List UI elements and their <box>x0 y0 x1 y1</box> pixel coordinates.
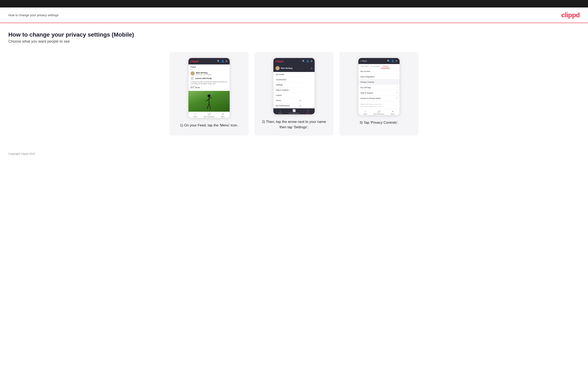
service-privacy-label: Service & Privacy Policy <box>360 97 380 99</box>
nav-home-label: Home <box>193 116 197 117</box>
phone-mockup-2: clippd 🔍 👤 ⚙ Blair McHarg ∧ <box>273 58 315 115</box>
menu-logout[interactable]: Logout <box>273 93 303 98</box>
lesson-icon <box>190 77 194 80</box>
ext-icon: ↗ <box>289 89 291 91</box>
phone3-nav: ⌂ Home 📈 My Performance ≡ Menu <box>358 109 399 115</box>
phone1-logo: clippd <box>190 60 199 63</box>
privacy-controls-label: Privacy Controls <box>360 81 374 83</box>
nav-performance[interactable]: 📈 My Performance <box>202 113 216 117</box>
menu-user-row[interactable]: Blair McHarg ∧ <box>273 65 315 72</box>
phone2-header: clippd 🔍 👤 ⚙ <box>273 58 315 65</box>
nav3-performance[interactable]: 📈 My Performance <box>372 110 386 115</box>
settings-icon-2: ⚙ <box>311 60 312 63</box>
avatar <box>190 71 195 75</box>
svg-line-5 <box>209 104 210 109</box>
tab-my-profile[interactable]: My Profile <box>360 64 370 68</box>
feed-tab[interactable]: Feed <box>189 65 230 70</box>
step1-description: 1) On your Feed, tap the 'Menu' icon. <box>180 123 238 128</box>
tab-settings[interactable]: Settings <box>381 64 390 68</box>
version-client: Clippd Client Version: 2022.8.3-3 <box>360 103 398 105</box>
row-service-privacy[interactable]: Service & Privacy Policy ↗ <box>358 96 399 101</box>
phone3-icons: 🔍 👤 ⚙ <box>387 60 398 62</box>
step3-description: 3) Tap 'Privacy Controls'. <box>360 120 398 125</box>
phone-mockup-1: clippd 🔍 👤 ⚙ Feed Blair McHarg <box>188 58 230 118</box>
chevron-right-icon-4: › <box>397 86 398 89</box>
nav2-close[interactable]: ✕ Menu <box>301 109 315 114</box>
svg-line-3 <box>209 97 212 99</box>
nav3-menu[interactable]: ≡ Menu <box>386 110 399 115</box>
search-icon: 🔍 <box>217 60 220 63</box>
home-icon: ⌂ <box>194 113 196 116</box>
menu-my-profile[interactable]: My Profile <box>273 72 303 77</box>
expand-chevron-perf: ∨ <box>300 105 301 107</box>
chevron-right-icon-2: › <box>397 75 398 78</box>
menu-panel: My Profile Connections Settings Help & S… <box>273 72 303 108</box>
row-data-integrations[interactable]: Data Integrations › <box>358 74 399 79</box>
performance-icon-3: 📈 <box>378 110 380 113</box>
settings-icon-3: ⚙ <box>395 60 398 62</box>
nav-menu[interactable]: ≡ Menu <box>216 113 230 117</box>
home-icon-3: ⌂ <box>364 110 366 113</box>
nav2-menu-label: Menu <box>306 112 310 114</box>
nav2-performance[interactable]: 📈 My Performance <box>287 109 301 114</box>
phone-mockup-3: < Back 🔍 👤 ⚙ My Profile Connections Sett… <box>358 58 400 115</box>
header: How to change your privacy settings clip… <box>0 8 588 23</box>
clippd-logo: clippd <box>561 11 580 19</box>
tab-connections[interactable]: Connections <box>370 64 381 68</box>
feed-post: Blair McHarg Yesterday · Sunningdale Les… <box>189 70 230 91</box>
lesson-title: Lesson with Fordy <box>195 77 212 79</box>
lesson-header: Lesson with Fordy <box>190 77 228 80</box>
user-icon-2: 👤 <box>306 60 309 63</box>
phone1-header: clippd 🔍 👤 ⚙ <box>189 58 230 65</box>
menu-avatar <box>276 66 280 70</box>
golf-bag-label: My Golf Bag <box>360 86 371 89</box>
svg-line-2 <box>206 99 209 101</box>
nav3-perf-label: My Performance <box>373 113 384 115</box>
menu-connections[interactable]: Connections <box>273 77 303 82</box>
svg-line-4 <box>207 104 209 109</box>
menu-settings[interactable]: Settings <box>273 82 303 88</box>
help-support-label-3: Help & Support <box>360 92 373 94</box>
step2-description: 2) Then, tap the arrow next to your name… <box>259 119 329 130</box>
my-account-label: My Account <box>360 70 370 72</box>
nav3-menu-label: Menu <box>391 113 395 115</box>
row-my-golf-bag[interactable]: My Golf Bag › <box>358 85 399 90</box>
nav2-home[interactable]: ⌂ Home <box>273 109 287 114</box>
main-content: How to change your privacy settings (Mob… <box>0 23 588 148</box>
chevron-right-icon: › <box>397 70 398 72</box>
menu-home-expand[interactable]: Home ∨ <box>273 98 303 103</box>
performance-icon: 📈 <box>208 113 211 116</box>
menu-performance-expand[interactable]: My Performance ∨ <box>273 103 303 108</box>
back-button[interactable]: < Back <box>360 60 367 62</box>
nav-home[interactable]: ⌂ Home <box>189 113 202 117</box>
help-support-label: Help & Support <box>276 89 289 91</box>
phone2-nav: ⌂ Home 📈 My Performance ✕ Menu <box>273 108 315 114</box>
user-icon: 👤 <box>221 60 224 63</box>
feed-user-sub: Yesterday · Sunningdale <box>196 74 212 75</box>
version-gql: GQL Server Version: 2022.7.30-1 <box>360 105 398 108</box>
menu-icon: ≡ <box>222 113 223 116</box>
row-my-account[interactable]: My Account › <box>358 69 399 74</box>
row-privacy-controls[interactable]: Privacy Controls › <box>358 79 399 85</box>
user-icon-3: 👤 <box>391 60 394 62</box>
chevron-up-icon: ∧ <box>311 67 312 70</box>
phone1-nav: ⌂ Home 📈 My Performance ≡ Menu <box>189 112 230 118</box>
step-3-card: < Back 🔍 👤 ⚙ My Profile Connections Sett… <box>339 52 418 136</box>
step-2-card: clippd 🔍 👤 ⚙ Blair McHarg ∧ <box>254 52 334 136</box>
golfer-silhouette <box>204 94 214 111</box>
version-info: Clippd Client Version: 2022.8.3-3 GQL Se… <box>358 101 399 109</box>
steps-container: clippd 🔍 👤 ⚙ Feed Blair McHarg <box>8 52 580 136</box>
breadcrumb: How to change your privacy settings <box>8 13 59 17</box>
menu-user-name: Blair McHarg <box>281 67 293 69</box>
settings-tabs: My Profile Connections Settings <box>358 64 399 69</box>
phone1-icons: 🔍 👤 ⚙ <box>217 60 228 63</box>
ext-icon-3: ↗ <box>396 92 398 94</box>
phone2-icons: 🔍 👤 ⚙ <box>302 60 312 63</box>
close-icon: ✕ <box>307 109 309 112</box>
row-help-support[interactable]: Help & Support ↗ <box>358 90 399 96</box>
nav3-home[interactable]: ⌂ Home <box>358 110 372 115</box>
menu-icon-3: ≡ <box>392 110 393 113</box>
footer: Copyright Clippd 2022 <box>0 148 588 159</box>
search-icon-2: 🔍 <box>302 60 305 63</box>
menu-help-support[interactable]: Help & Support ↗ <box>273 88 303 93</box>
